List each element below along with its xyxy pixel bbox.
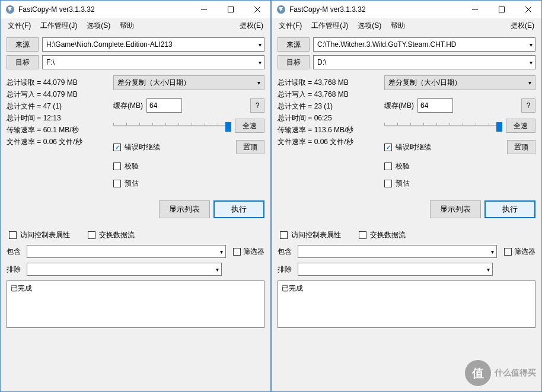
dest-path-text: F:\ bbox=[46, 58, 259, 66]
stat-time: 总计时间 = 12:13 bbox=[7, 112, 107, 124]
menu-help[interactable]: 帮助 bbox=[115, 20, 139, 32]
stat-time: 总计时间 = 06:25 bbox=[278, 112, 378, 124]
verify-label: 校验 bbox=[125, 161, 139, 171]
watermark: 值 什么值得买 bbox=[465, 360, 536, 386]
topmost-button[interactable]: 置顶 bbox=[507, 140, 535, 154]
err-continue-checkbox[interactable] bbox=[113, 144, 121, 151]
exclude-combo[interactable]: ▾ bbox=[298, 263, 493, 276]
source-path-text: H:\Game\Nioh.Complete.Edition-ALI213 bbox=[46, 40, 259, 49]
menu-file[interactable]: 文件(F) bbox=[274, 20, 307, 32]
chevron-down-icon: ▾ bbox=[491, 248, 494, 255]
log-text: 已完成 bbox=[282, 284, 303, 292]
estimate-label: 预估 bbox=[396, 179, 410, 189]
err-continue-checkbox[interactable] bbox=[384, 144, 392, 151]
acl-checkbox[interactable] bbox=[9, 231, 17, 239]
menu-job[interactable]: 工作管理(J) bbox=[36, 20, 82, 32]
stat-write: 总计写入 = 44,079 MB bbox=[7, 88, 107, 100]
watermark-icon: 值 bbox=[465, 360, 491, 386]
chevron-down-icon: ▾ bbox=[259, 59, 262, 66]
acl-label: 访问控制表属性 bbox=[291, 230, 341, 240]
speed-slider[interactable] bbox=[384, 120, 502, 132]
acl-label: 访问控制表属性 bbox=[20, 230, 70, 240]
help-button[interactable]: ? bbox=[521, 98, 535, 113]
copy-mode-combo[interactable]: 差分复制（大小/日期） ▾ bbox=[113, 75, 264, 90]
execute-button[interactable]: 执行 bbox=[484, 200, 535, 218]
maximize-button[interactable] bbox=[217, 1, 244, 18]
copy-mode-combo[interactable]: 差分复制（大小/日期） ▾ bbox=[384, 75, 535, 90]
log-output[interactable]: 已完成 bbox=[7, 281, 264, 328]
menu-job[interactable]: 工作管理(J) bbox=[307, 20, 353, 32]
chevron-down-icon: ▾ bbox=[220, 248, 223, 255]
chevron-down-icon: ▾ bbox=[530, 59, 533, 66]
include-combo[interactable]: ▾ bbox=[27, 245, 226, 258]
maximize-button[interactable] bbox=[488, 1, 515, 18]
buffer-input[interactable] bbox=[146, 98, 182, 113]
exclude-combo[interactable]: ▾ bbox=[27, 263, 222, 276]
stat-write: 总计写入 = 43,768 MB bbox=[278, 88, 378, 100]
dest-path-text: D:\ bbox=[317, 58, 530, 66]
dest-path-combo[interactable]: D:\ ▾ bbox=[313, 55, 535, 69]
chevron-down-icon: ▾ bbox=[528, 79, 531, 86]
verify-checkbox[interactable] bbox=[384, 162, 392, 170]
close-button[interactable] bbox=[244, 1, 270, 18]
app-icon bbox=[276, 5, 286, 14]
estimate-checkbox[interactable] bbox=[113, 180, 121, 187]
include-label: 包含 bbox=[7, 247, 23, 257]
source-button[interactable]: 来源 bbox=[278, 37, 310, 52]
filter-label: 筛选器 bbox=[514, 247, 535, 257]
titlebar[interactable]: FastCopy-M ver3.1.3.32 bbox=[272, 1, 541, 18]
showlist-button[interactable]: 显示列表 bbox=[430, 200, 481, 218]
stat-read: 总计读取 = 43,768 MB bbox=[278, 77, 378, 88]
stat-files: 总计文件 = 23 (1) bbox=[278, 100, 378, 112]
altstream-label: 交换数据流 bbox=[370, 230, 406, 240]
stat-rate: 传输速率 = 60.1 MB/秒 bbox=[7, 124, 107, 136]
dest-button[interactable]: 目标 bbox=[278, 55, 310, 69]
dest-path-combo[interactable]: F:\ ▾ bbox=[42, 55, 264, 69]
svg-rect-2 bbox=[228, 7, 233, 12]
fullspeed-button[interactable]: 全速 bbox=[506, 119, 535, 133]
filter-checkbox[interactable] bbox=[233, 248, 241, 256]
menu-file[interactable]: 文件(F) bbox=[3, 20, 36, 32]
chevron-down-icon: ▾ bbox=[259, 42, 262, 48]
include-combo[interactable]: ▾ bbox=[298, 245, 497, 258]
chevron-down-icon: ▾ bbox=[216, 266, 219, 273]
titlebar[interactable]: FastCopy-M ver3.1.3.32 bbox=[1, 1, 270, 18]
window-title: FastCopy-M ver3.1.3.32 bbox=[289, 5, 461, 14]
speed-slider[interactable] bbox=[113, 120, 231, 132]
help-button[interactable]: ? bbox=[250, 98, 264, 113]
altstream-checkbox[interactable] bbox=[88, 231, 95, 239]
buffer-input[interactable] bbox=[417, 98, 453, 113]
err-continue-label: 错误时继续 bbox=[396, 142, 431, 152]
menu-option[interactable]: 选项(S) bbox=[353, 20, 386, 32]
stat-rate: 传输速率 = 113.6 MB/秒 bbox=[278, 124, 378, 136]
altstream-checkbox[interactable] bbox=[359, 231, 366, 239]
filter-checkbox[interactable] bbox=[504, 248, 512, 256]
menu-option[interactable]: 选项(S) bbox=[82, 20, 115, 32]
menu-help[interactable]: 帮助 bbox=[386, 20, 410, 32]
verify-checkbox[interactable] bbox=[113, 162, 121, 170]
minimize-button[interactable] bbox=[461, 1, 488, 18]
stat-frate: 文件速率 = 0.06 文件/秒 bbox=[7, 136, 107, 148]
dest-button[interactable]: 目标 bbox=[7, 55, 39, 69]
menubar: 文件(F) 工作管理(J) 选项(S) 帮助 提权(E) bbox=[272, 18, 541, 33]
showlist-button[interactable]: 显示列表 bbox=[159, 200, 210, 218]
chevron-down-icon: ▾ bbox=[257, 79, 260, 86]
menu-auth[interactable]: 提权(E) bbox=[235, 20, 268, 32]
watermark-text: 什么值得买 bbox=[495, 368, 536, 378]
slider-thumb[interactable] bbox=[225, 122, 231, 132]
copy-mode-text: 差分复制（大小/日期） bbox=[117, 78, 257, 88]
fullspeed-button[interactable]: 全速 bbox=[235, 119, 264, 133]
estimate-checkbox[interactable] bbox=[384, 180, 392, 187]
menu-auth[interactable]: 提权(E) bbox=[506, 20, 539, 32]
minimize-button[interactable] bbox=[190, 1, 217, 18]
execute-button[interactable]: 执行 bbox=[213, 200, 264, 218]
slider-thumb[interactable] bbox=[496, 122, 502, 132]
topmost-button[interactable]: 置顶 bbox=[236, 140, 264, 154]
source-path-combo[interactable]: H:\Game\Nioh.Complete.Edition-ALI213 ▾ bbox=[42, 37, 264, 52]
close-button[interactable] bbox=[515, 1, 541, 18]
source-button[interactable]: 来源 bbox=[7, 37, 39, 52]
log-output[interactable]: 已完成 bbox=[278, 281, 535, 328]
acl-checkbox[interactable] bbox=[280, 231, 288, 239]
exclude-label: 排除 bbox=[278, 264, 294, 275]
source-path-combo[interactable]: C:\The.Witcher.3.Wild.GoTY.Steam.CHT.HD … bbox=[313, 37, 535, 52]
